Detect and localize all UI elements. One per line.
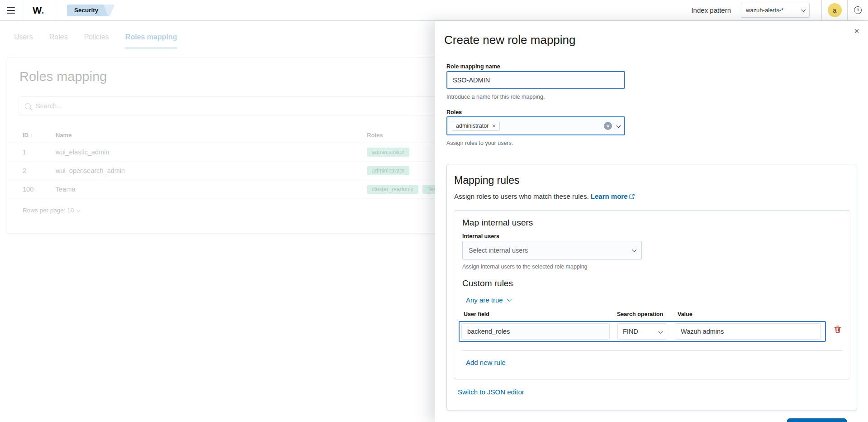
column-header-id[interactable]: ID↑ [7,132,56,139]
rule-row: FIND [459,321,826,342]
remove-role-icon[interactable]: ✕ [492,123,496,129]
learn-more-link[interactable]: Learn more [591,192,635,200]
clear-selection-icon[interactable]: ✕ [604,122,612,130]
internal-users-placeholder: Select internal users [469,247,632,254]
add-new-rule-link[interactable]: Add new rule [466,359,506,366]
cell-id: 1 [7,149,56,156]
close-icon[interactable]: ✕ [852,26,862,36]
breadcrumb-security[interactable]: Security [67,5,108,16]
custom-rules-title: Custom rules [462,278,513,288]
search-placeholder: Search... [36,102,62,110]
role-mapping-name-label: Role mapping name [446,63,500,70]
rule-value-input[interactable] [675,323,821,340]
flyout-title: Create new role mapping [444,33,576,47]
selected-role-text: administrator [456,123,489,129]
roles-combobox[interactable]: administrator ✕ ✕ [446,116,625,135]
trash-icon [833,325,842,334]
tab-policies[interactable]: Policies [84,33,109,48]
chevron-down-icon[interactable] [616,123,621,128]
chevron-down-icon [801,8,806,12]
delete-rule-button[interactable] [833,325,843,335]
index-pattern-value: wazuh-alerts-* [746,7,802,14]
value-column-label: Value [678,311,693,317]
header-divider [55,0,55,21]
mapping-rules-title: Mapping rules [454,174,519,187]
mapping-rules-subtitle-text: Assign roles to users who match these ru… [454,192,589,200]
chevron-down-icon [632,248,636,252]
cell-name: wui_opensearch_admin [56,167,367,174]
external-link-icon [629,194,635,199]
sort-ascending-icon: ↑ [30,132,33,139]
mapping-rules-card: Mapping rules Assign roles to users who … [446,164,857,410]
screen: W. Security Index pattern wazuh-alerts-*… [0,0,868,422]
internal-users-select[interactable]: Select internal users [462,241,642,259]
role-badge: administrator [367,148,409,157]
wazuh-logo[interactable]: W. [22,5,55,16]
help-icon[interactable]: ? [854,6,862,14]
logo-text: W [33,5,41,15]
role-mapping-name-help: Introduce a name for this role mapping. [446,94,545,100]
role-mapping-name-input[interactable] [446,71,625,89]
cell-name: wui_elastic_admin [56,149,367,156]
column-header-name[interactable]: Name [56,132,367,139]
create-role-mapping-flyout: ✕ Create new role mapping Role mapping n… [435,21,868,422]
internal-users-label: Internal users [462,233,499,240]
internal-users-and-rules-card: Map internal users Internal users Select… [454,210,850,379]
breadcrumb[interactable]: Security [67,5,108,16]
role-badge: cluster_readonly [367,185,418,194]
page-title: Roles mapping [19,69,107,84]
index-pattern-label: Index pattern [691,6,731,14]
index-pattern-select[interactable]: wazuh-alerts-* [741,3,810,18]
user-avatar[interactable]: a [828,3,842,17]
roles-label: Roles [446,109,462,115]
selected-role-pill: administrator ✕ [452,121,500,131]
rows-per-page-label: Rows per page: 10 [23,207,74,214]
chevron-down-icon [77,208,81,212]
roles-help: Assign roles to your users. [446,140,513,146]
map-internal-users-title: Map internal users [462,218,533,228]
tab-users[interactable]: Users [14,33,33,48]
search-icon [25,103,31,109]
mapping-rules-subtitle: Assign roles to users who match these ru… [454,192,635,200]
rows-per-page-selector[interactable]: Rows per page: 10 [23,207,80,214]
user-field-input[interactable] [461,323,610,340]
create-role-mapping-button[interactable] [787,418,847,422]
security-tabs: Users Roles Policies Roles mapping [14,33,177,48]
tab-roles[interactable]: Roles [49,33,68,48]
top-header: W. Security Index pattern wazuh-alerts-*… [0,0,868,21]
rules-condition-label: Any are true [466,296,503,304]
rules-condition-selector[interactable]: Any are true [466,296,510,304]
cell-id: 100 [7,186,56,193]
switch-to-json-editor-link[interactable]: Switch to JSON editor [458,388,524,396]
internal-users-help: Assign internal users to the selected ro… [462,264,588,270]
search-operation-select[interactable]: FIND [617,323,667,340]
tab-roles-mapping[interactable]: Roles mapping [125,33,177,48]
divider [462,350,842,351]
menu-icon[interactable] [0,0,22,21]
cell-id: 2 [7,167,56,174]
search-operation-value: FIND [623,328,659,335]
user-field-column-label: User field [464,311,489,317]
chevron-down-icon [507,297,512,302]
search-operation-column-label: Search operation [617,311,663,317]
chevron-down-icon [658,329,663,333]
logo-dot: . [41,5,44,15]
cell-name: Teama [56,186,367,193]
role-badge: administrator [367,166,409,175]
